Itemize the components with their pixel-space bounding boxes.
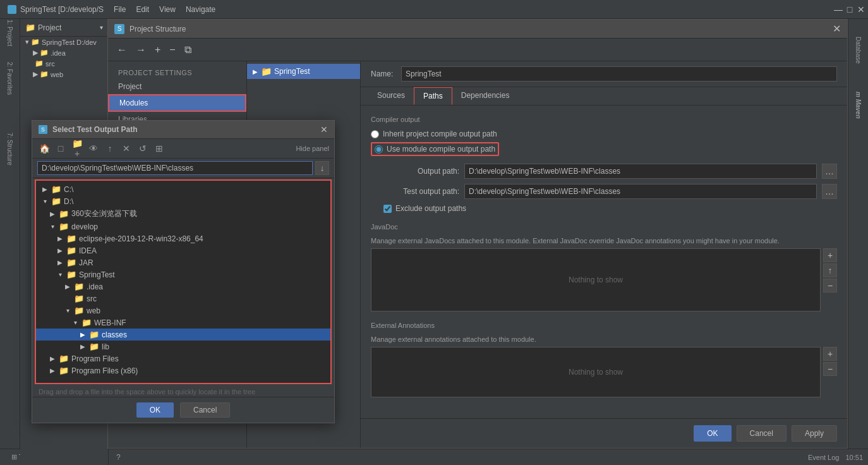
test-output-browse-btn[interactable]: … — [822, 184, 837, 199]
test-output-path-input[interactable] — [464, 184, 817, 199]
folder-icon: 📁 — [74, 294, 84, 303]
fd-tree-eclipse[interactable]: ▶ 📁 eclipse-jee-2019-12-R-win32-x86_64 — [36, 232, 330, 245]
fd-refresh-btn[interactable]: ↺ — [136, 142, 150, 155]
fd-tree-classes[interactable]: ▶ 📁 classes — [36, 329, 330, 341]
ps-nav-title: Project Settings — [108, 66, 246, 79]
fd-tree-lib[interactable]: ▶ 📁 lib — [36, 341, 330, 353]
output-path-browse-btn[interactable]: … — [822, 164, 837, 179]
add-btn[interactable]: + — [152, 43, 163, 57]
radio-group: Inherit project compile output path Use … — [371, 130, 837, 156]
maven-tab[interactable]: m Maven — [855, 92, 862, 119]
forward-btn[interactable]: → — [133, 43, 148, 57]
project-tree-web[interactable]: ▶ 📁 web — [20, 69, 108, 80]
project-tree-src[interactable]: 📁 src — [20, 58, 108, 69]
fd-show-hidden-btn[interactable]: 👁 — [87, 142, 100, 155]
bottom-right: Event Log 10:51 — [808, 454, 863, 461]
fd-tree-jar[interactable]: ▶ 📁 JAR — [36, 257, 330, 269]
fd-tree-webinf[interactable]: ▾ 📁 WEB-INF — [36, 317, 330, 329]
fd-title-bar: S Select Test Output Path ✕ — [32, 121, 334, 139]
ps-cancel-btn[interactable]: Cancel — [737, 425, 787, 442]
fd-title-icon: S — [39, 125, 47, 134]
arrow-icon: ▶ — [49, 367, 56, 374]
name-label: Name: — [371, 69, 396, 78]
ps-ok-btn[interactable]: OK — [694, 425, 731, 442]
exclude-label: Exclude output paths — [395, 204, 466, 213]
javadoc-add-btn[interactable]: + — [823, 248, 837, 262]
output-path-input[interactable] — [464, 164, 817, 179]
ext-placeholder: Nothing to show — [569, 368, 623, 377]
maximize-btn[interactable]: □ — [845, 5, 854, 14]
fd-tree-develop[interactable]: ▾ 📁 develop — [36, 220, 330, 232]
bottom-bar: ⊞ Terminal ☕ Java En ? Event Log 10:51 — [0, 449, 868, 465]
copy-btn[interactable]: ⧉ — [182, 43, 194, 57]
sidebar-favorites-tab[interactable]: 2: Favorites — [1, 69, 19, 87]
nav-modules[interactable]: Modules — [108, 94, 246, 112]
back-btn[interactable]: ← — [114, 43, 130, 57]
fd-path-go-btn[interactable]: ↓ — [315, 161, 329, 175]
test-output-path-label: Test output path: — [383, 187, 459, 196]
fd-desktop-btn[interactable]: □ — [54, 142, 68, 155]
close-btn[interactable]: ✕ — [857, 5, 865, 14]
folder-icon: 📁 — [35, 59, 44, 68]
item-label: JAR — [79, 258, 93, 267]
tab-sources[interactable]: Sources — [368, 87, 414, 105]
fd-cancel-btn[interactable]: Cancel — [180, 402, 230, 418]
ps-close-button[interactable]: ✕ — [833, 24, 841, 34]
name-input[interactable] — [401, 66, 837, 82]
tree-item-springtest[interactable]: ▶ 📁 SpringTest — [247, 64, 360, 79]
minimize-btn[interactable]: — — [834, 5, 843, 14]
fd-delete-btn[interactable]: ✕ — [119, 142, 133, 155]
fd-tree-dotidea[interactable]: ▶ 📁 .idea — [36, 281, 330, 293]
menu-file[interactable]: File — [109, 3, 131, 16]
event-log-link[interactable]: Event Log — [808, 454, 840, 461]
radio-module[interactable] — [375, 145, 383, 154]
javadoc-up-btn[interactable]: ↑ — [823, 263, 837, 277]
sidebar-structure-tab[interactable]: 7: Structure — [1, 140, 19, 158]
fd-tree-springtest[interactable]: ▾ 📁 SpringTest — [36, 269, 330, 281]
fd-tree-programfilesx86[interactable]: ▶ 📁 Program Files (x86) — [36, 365, 330, 377]
sidebar-project-tab[interactable]: 1: Project — [1, 24, 19, 42]
database-tab[interactable]: Database — [855, 37, 862, 64]
radio-inherit[interactable] — [371, 130, 379, 138]
terminal-icon: ⊞ — [11, 453, 17, 461]
menu-edit[interactable]: Edit — [131, 3, 154, 16]
exclude-checkbox[interactable] — [383, 205, 392, 213]
fd-tree-d[interactable]: ▾ 📁 D:\ — [36, 195, 330, 207]
fd-new-folder-btn[interactable]: 📁+ — [70, 142, 84, 155]
remove-btn[interactable]: − — [167, 43, 178, 57]
ext-down-btn[interactable]: − — [823, 362, 837, 376]
project-tree-idea[interactable]: ▶ 📁 .idea — [20, 47, 108, 58]
ide-right-sidebar: Database m Maven — [848, 19, 868, 465]
tab-paths[interactable]: Paths — [414, 87, 452, 105]
project-tree-springtest[interactable]: ▾ 📁 SpringTest D:/dev — [20, 37, 108, 47]
menu-view[interactable]: View — [154, 3, 181, 16]
fd-ok-btn[interactable]: OK — [136, 402, 174, 418]
javadoc-down-btn[interactable]: − — [823, 279, 837, 293]
menu-navigate[interactable]: Navigate — [181, 3, 220, 16]
fd-go-up-btn[interactable]: ↑ — [103, 142, 117, 155]
arrow-icon: ▶ — [56, 235, 64, 242]
fd-tree-360[interactable]: ▶ 📁 360安全浏览器下载 — [36, 207, 330, 220]
fd-expand-btn[interactable]: ⊞ — [152, 142, 166, 155]
fd-home-btn[interactable]: 🏠 — [37, 142, 51, 155]
fd-close-btn[interactable]: ✕ — [320, 124, 328, 135]
ide-title: SpringTest [D:/develop/S — [3, 5, 109, 14]
exclude-checkbox-row: Exclude output paths — [371, 204, 837, 213]
fd-tree: ▶ 📁 C:\ ▾ 📁 D:\ ▶ 📁 360安全浏览器下载 ▾ 📁 devel… — [36, 181, 330, 383]
fd-tree-programfiles[interactable]: ▶ 📁 Program Files — [36, 353, 330, 365]
nav-project[interactable]: Project — [108, 79, 246, 94]
ext-add-btn[interactable]: + — [823, 347, 837, 361]
ps-apply-btn[interactable]: Apply — [792, 425, 837, 442]
arrow-icon: ▶ — [49, 210, 56, 217]
arrow-icon: ▶ — [79, 331, 87, 338]
fd-path-input[interactable] — [37, 161, 313, 175]
fd-tree-src[interactable]: 📁 src — [36, 293, 330, 305]
fd-tree-idea[interactable]: ▶ 📁 IDEA — [36, 245, 330, 257]
ps-title-text: Project Structure — [130, 25, 833, 33]
expand-icon: ▶ — [33, 49, 38, 57]
tab-dependencies[interactable]: Dependencies — [452, 87, 519, 105]
fd-tree-web[interactable]: ▾ 📁 web — [36, 305, 330, 317]
test-output-path-row: Test output path: … — [371, 184, 837, 199]
help-btn[interactable]: ? — [111, 450, 125, 464]
fd-tree-c[interactable]: ▶ 📁 C:\ — [36, 183, 330, 195]
